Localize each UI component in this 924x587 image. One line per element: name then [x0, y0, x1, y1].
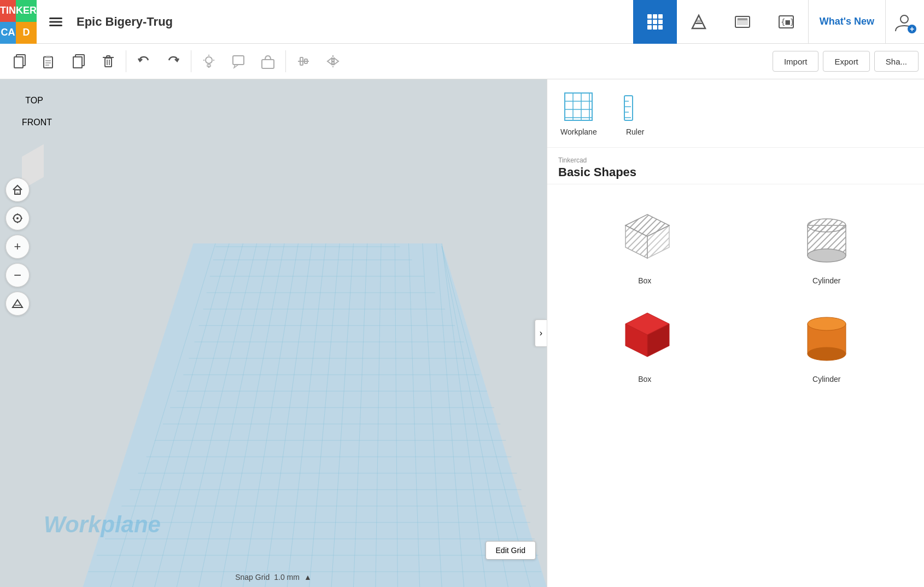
- view-cube-front-label: FRONT: [22, 118, 52, 127]
- zoom-in-button[interactable]: +: [5, 235, 30, 259]
- shape-box-gray-label: Box: [638, 276, 651, 285]
- main-area: TOP FRONT + − Workplane Edit Grid: [0, 79, 924, 587]
- svg-rect-8: [658, 20, 663, 24]
- view-cube[interactable]: TOP FRONT: [22, 96, 87, 161]
- shapes-section-header: Tinkercad Basic Shapes: [547, 148, 924, 184]
- collapse-panel-button[interactable]: ›: [535, 319, 547, 347]
- svg-point-20: [900, 15, 908, 23]
- project-title[interactable]: Epic Bigery-Trug: [77, 15, 173, 29]
- svg-rect-106: [565, 93, 592, 120]
- svg-rect-28: [45, 62, 51, 63]
- right-panel: Workplane Ruler Tinkercad: [547, 79, 924, 587]
- paste-button[interactable]: [35, 47, 63, 75]
- svg-rect-5: [658, 14, 663, 19]
- svg-rect-10: [653, 25, 657, 30]
- export-button[interactable]: Export: [823, 51, 869, 72]
- viewport[interactable]: TOP FRONT + − Workplane Edit Grid: [0, 79, 547, 587]
- share-button[interactable]: Sha...: [874, 51, 919, 72]
- toolbar: Import Export Sha...: [0, 44, 924, 79]
- shapes-subtitle: Tinkercad: [558, 156, 913, 164]
- svg-text:{■}: {■}: [781, 18, 794, 26]
- perspective-button[interactable]: [5, 292, 30, 316]
- svg-rect-7: [653, 20, 657, 24]
- shape-box-gray-icon: [606, 195, 683, 272]
- toolbar-separator-1: [126, 50, 126, 72]
- svg-rect-31: [73, 57, 82, 68]
- nav-right: {■} What's New +: [633, 0, 924, 43]
- svg-rect-35: [107, 56, 110, 57]
- panel-tools: Workplane Ruler: [547, 79, 924, 148]
- shape-box-red-icon: [606, 294, 683, 370]
- nav-grid-view-button[interactable]: [633, 0, 677, 44]
- group-button[interactable]: [254, 47, 282, 75]
- duplicate-button[interactable]: [65, 47, 93, 75]
- svg-rect-2: [49, 25, 62, 26]
- edit-grid-button[interactable]: Edit Grid: [486, 541, 536, 560]
- nav-simulation-button[interactable]: [721, 0, 764, 44]
- svg-point-124: [808, 219, 846, 232]
- workplane-tool-label: Workplane: [560, 127, 597, 136]
- svg-rect-29: [45, 65, 49, 66]
- delete-button[interactable]: [94, 47, 122, 75]
- tinkercad-logo[interactable]: TIN KER CA D: [0, 0, 33, 44]
- svg-rect-6: [647, 20, 652, 24]
- shapes-title: Basic Shapes: [558, 165, 913, 179]
- shape-box-red[interactable]: Box: [558, 294, 732, 383]
- menu-button[interactable]: [42, 8, 70, 36]
- align-button[interactable]: [289, 47, 318, 75]
- shape-cylinder-gray[interactable]: Cylinder: [740, 195, 914, 285]
- import-button[interactable]: Import: [773, 51, 819, 72]
- logo-ca: CA: [0, 22, 16, 44]
- svg-point-130: [808, 317, 846, 330]
- whats-new-button[interactable]: What's New: [808, 0, 886, 44]
- top-navigation: TIN KER CA D Epic Bigery-Trug: [0, 0, 924, 44]
- light-button[interactable]: [195, 47, 223, 75]
- svg-rect-97: [16, 192, 19, 194]
- shape-cylinder-gray-label: Cylinder: [812, 276, 840, 285]
- svg-point-99: [16, 217, 19, 219]
- account-button[interactable]: +: [886, 0, 924, 44]
- ruler-tool-label: Ruler: [626, 127, 644, 136]
- svg-rect-11: [658, 25, 663, 30]
- workplane-label: Workplane: [44, 512, 161, 538]
- ruler-tool-icon: [619, 90, 652, 123]
- svg-rect-113: [624, 96, 633, 120]
- undo-button[interactable]: [130, 47, 158, 75]
- shape-cylinder-orange-icon: [788, 294, 865, 370]
- nav-build-button[interactable]: [677, 0, 721, 44]
- workplane-tool-icon: [562, 90, 595, 123]
- nav-code-editor-button[interactable]: {■}: [764, 0, 808, 44]
- fit-view-button[interactable]: [5, 206, 30, 230]
- svg-rect-3: [647, 14, 652, 19]
- shape-cylinder-orange[interactable]: Cylinder: [740, 294, 914, 383]
- view-cube-front[interactable]: FRONT: [22, 118, 66, 150]
- view-controls: + −: [5, 178, 30, 316]
- toolbar-separator-3: [285, 50, 286, 72]
- snap-grid-arrow[interactable]: ▲: [304, 573, 312, 582]
- shape-cylinder-gray-icon: [788, 195, 865, 272]
- workplane-tool[interactable]: Workplane: [560, 90, 597, 136]
- svg-rect-13: [695, 23, 702, 24]
- svg-rect-1: [49, 21, 62, 22]
- svg-rect-0: [49, 18, 62, 19]
- redo-button[interactable]: [159, 47, 188, 75]
- shape-box-gray[interactable]: Box: [558, 195, 732, 285]
- home-view-button[interactable]: [5, 178, 30, 202]
- zoom-out-button[interactable]: −: [5, 263, 30, 287]
- mirror-button[interactable]: [319, 47, 347, 75]
- svg-rect-44: [233, 56, 244, 65]
- svg-rect-4: [653, 14, 657, 19]
- copy-button[interactable]: [5, 47, 34, 75]
- logo-tin: TIN: [0, 0, 16, 22]
- svg-rect-26: [46, 56, 50, 58]
- svg-point-131: [808, 347, 846, 361]
- svg-marker-104: [13, 300, 22, 307]
- toolbar-separator-2: [191, 50, 191, 72]
- project-title-area: Epic Bigery-Trug: [33, 8, 182, 36]
- svg-text:+: +: [910, 25, 914, 33]
- ruler-tool[interactable]: Ruler: [619, 90, 652, 136]
- view-cube-top[interactable]: TOP: [15, 96, 72, 118]
- svg-rect-14: [697, 20, 701, 23]
- comment-button[interactable]: [224, 47, 253, 75]
- svg-rect-17: [738, 18, 747, 20]
